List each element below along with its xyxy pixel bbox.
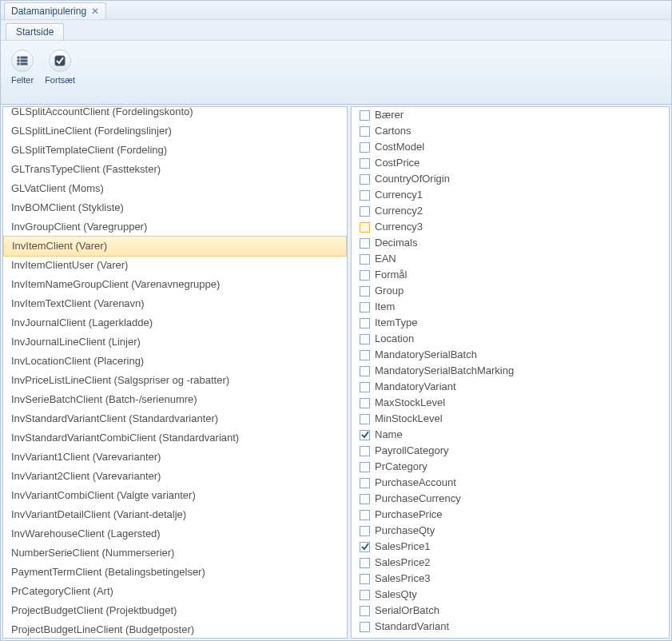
list-item[interactable]: InvItemClientUser (Varer): [3, 256, 347, 275]
field-row[interactable]: MandatoryVariant: [352, 379, 669, 395]
field-row[interactable]: SerialOrBatch: [352, 603, 669, 619]
field-row[interactable]: CostModel: [352, 139, 669, 155]
list-item[interactable]: GLSplitLineClient (Fordelingslinjer): [3, 121, 347, 141]
field-row[interactable]: EAN: [352, 251, 669, 267]
checkbox[interactable]: [360, 126, 370, 137]
checkbox[interactable]: [360, 366, 370, 376]
field-row[interactable]: PayrollCategory: [352, 443, 669, 459]
field-row[interactable]: Currency1: [352, 187, 669, 203]
list-item[interactable]: InvVariantDetailClient (Variant-detalje): [3, 505, 347, 524]
checkbox[interactable]: [360, 494, 370, 504]
field-row[interactable]: Name: [352, 427, 669, 443]
checkbox[interactable]: [360, 222, 370, 233]
checkbox[interactable]: [360, 238, 370, 249]
field-row[interactable]: ItemType: [352, 315, 669, 331]
list-item[interactable]: PaymentTermClient (Betalingsbetingelser): [3, 563, 347, 582]
field-row[interactable]: Formål: [352, 267, 669, 283]
list-item[interactable]: InvStandardVariantClient (Standardvarian…: [3, 409, 347, 428]
checkbox[interactable]: [360, 158, 370, 169]
checkbox[interactable]: [360, 558, 370, 568]
checkbox[interactable]: [360, 606, 370, 616]
list-item[interactable]: InvWarehouseClient (Lagersted): [3, 524, 347, 543]
field-row[interactable]: PurchaseCurrency: [352, 491, 669, 507]
field-row[interactable]: MandatorySerialBatchMarking: [352, 363, 669, 379]
checkbox[interactable]: [360, 174, 370, 185]
field-row[interactable]: Decimals: [352, 235, 669, 251]
checkbox[interactable]: [360, 382, 370, 392]
field-row[interactable]: Cartons: [352, 123, 669, 139]
checkbox[interactable]: [360, 414, 370, 424]
checkbox[interactable]: [360, 190, 370, 201]
checkbox[interactable]: [360, 542, 370, 552]
checkbox[interactable]: [360, 350, 370, 360]
field-row[interactable]: Bærer: [352, 107, 669, 123]
field-row[interactable]: Group: [352, 283, 669, 299]
field-row[interactable]: PrCategory: [352, 459, 669, 475]
field-row[interactable]: CountryOfOrigin: [352, 171, 669, 187]
checkbox[interactable]: [360, 622, 370, 632]
list-item[interactable]: InvVariant1Client (Varevarianter): [3, 448, 347, 467]
checkbox[interactable]: [360, 446, 370, 456]
tab-startside[interactable]: Startside: [6, 23, 64, 40]
list-item[interactable]: InvJournalClient (Lagerkladde): [3, 313, 347, 332]
field-row[interactable]: SalesPrice3: [352, 571, 669, 587]
list-item[interactable]: InvStandardVariantCombiClient (Standardv…: [3, 428, 347, 448]
felter-button[interactable]: Felter: [6, 46, 39, 89]
checkbox[interactable]: [360, 270, 370, 281]
field-row[interactable]: MinStockLevel: [352, 411, 669, 427]
checkbox[interactable]: [360, 430, 370, 440]
field-row[interactable]: Currency3: [352, 219, 669, 235]
field-row[interactable]: StandardVariant: [352, 619, 669, 635]
fortsaet-button[interactable]: Fortsæt: [39, 46, 81, 89]
field-row[interactable]: PurchaseQty: [352, 523, 669, 539]
checkbox[interactable]: [360, 318, 370, 328]
list-item[interactable]: GLVatClient (Moms): [3, 179, 347, 198]
field-row[interactable]: SalesPrice1: [352, 539, 669, 555]
checkbox[interactable]: [360, 590, 370, 600]
field-row[interactable]: Item: [352, 299, 669, 315]
list-item[interactable]: InvSerieBatchClient (Batch-/serienumre): [3, 390, 347, 409]
field-row[interactable]: CostPrice: [352, 155, 669, 171]
field-row[interactable]: SalesPrice2: [352, 555, 669, 571]
checkbox[interactable]: [360, 286, 370, 297]
field-row[interactable]: Location: [352, 331, 669, 347]
list-item[interactable]: InvGroupClient (Varegrupper): [3, 217, 347, 237]
list-item[interactable]: InvItemClient (Varer): [3, 236, 347, 257]
checkbox[interactable]: [360, 110, 370, 121]
checkbox[interactable]: [360, 142, 370, 153]
field-row[interactable]: SalesQty: [352, 587, 669, 603]
tab-datamanipulering[interactable]: Datamanipulering ✕: [4, 2, 106, 19]
checkbox[interactable]: [360, 206, 370, 217]
field-row[interactable]: PurchasePrice: [352, 507, 669, 523]
checkbox[interactable]: [360, 478, 370, 488]
list-item[interactable]: ProjectBudgetClient (Projektbudget): [3, 601, 347, 620]
list-item[interactable]: GLSplitTemplateClient (Fordeling): [3, 141, 347, 160]
list-item[interactable]: PrCategoryClient (Art): [3, 582, 347, 601]
list-item[interactable]: NumberSerieClient (Nummerserier): [3, 543, 347, 563]
list-item[interactable]: InvItemTextClient (Varenavn): [3, 294, 347, 313]
checkbox[interactable]: [360, 334, 370, 344]
field-row[interactable]: MaxStockLevel: [352, 395, 669, 411]
checkbox[interactable]: [360, 398, 370, 408]
field-row[interactable]: Currency2: [352, 203, 669, 219]
checkbox[interactable]: [360, 254, 370, 265]
list-item[interactable]: ProjectBudgetLineClient (Budgetposter): [3, 620, 347, 638]
list-item[interactable]: InvBOMClient (Stykliste): [3, 198, 347, 217]
list-item[interactable]: InvVariantCombiClient (Valgte varianter): [3, 486, 347, 505]
list-item[interactable]: InvPriceListLineClient (Salgspriser og -…: [3, 371, 347, 390]
list-item[interactable]: InvVariant2Client (Varevarianter): [3, 467, 347, 486]
close-icon[interactable]: ✕: [91, 6, 99, 16]
fields-listbox[interactable]: BærerCartonsCostModelCostPriceCountryOfO…: [352, 107, 669, 638]
list-item[interactable]: GLTransTypeClient (Fasttekster): [3, 160, 347, 179]
list-item[interactable]: InvJournalLineClient (Linjer): [3, 332, 347, 352]
list-item[interactable]: InvLocationClient (Placering): [3, 352, 347, 371]
client-listbox[interactable]: GLSplitAccountClient (Fordelingskonto)GL…: [3, 107, 347, 638]
checkbox[interactable]: [360, 510, 370, 520]
checkbox[interactable]: [360, 302, 370, 313]
checkbox[interactable]: [360, 462, 370, 472]
checkbox[interactable]: [360, 574, 370, 584]
checkbox[interactable]: [360, 526, 370, 536]
field-row[interactable]: MandatorySerialBatch: [352, 347, 669, 363]
list-item[interactable]: GLSplitAccountClient (Fordelingskonto): [3, 107, 347, 121]
field-row[interactable]: PurchaseAccount: [352, 475, 669, 491]
